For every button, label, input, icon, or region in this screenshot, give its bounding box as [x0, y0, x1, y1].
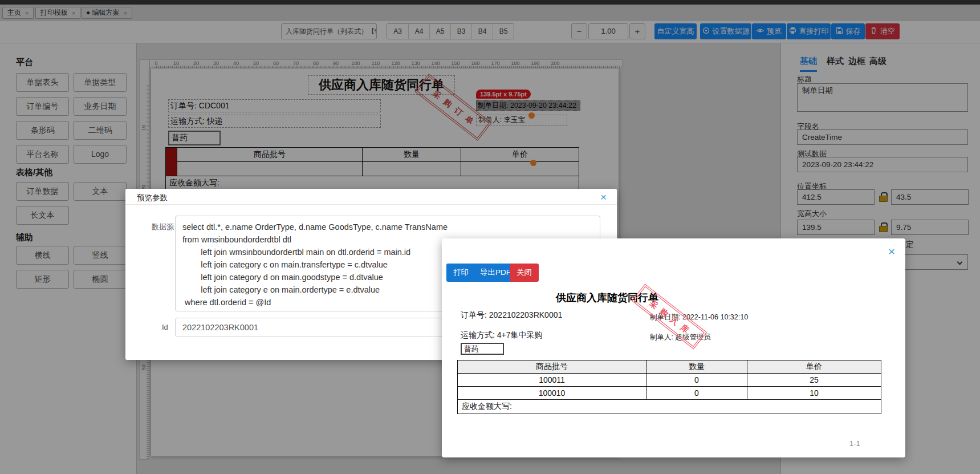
preview-goods-type: 普药 — [461, 343, 504, 355]
preview-header-price: 单价 — [747, 360, 881, 374]
close-preview-button[interactable]: 关闭 — [510, 264, 539, 282]
cell-price: 25 — [747, 374, 881, 387]
datasource-label: 数据源 — [152, 222, 174, 232]
id-label: Id — [162, 323, 168, 331]
preview-transport: 运输方式: 4+7集中采购 — [461, 330, 543, 341]
print-button[interactable]: 打印 — [446, 264, 475, 282]
table-row: 100010 0 10 — [458, 387, 881, 400]
cell-price: 10 — [747, 387, 881, 400]
modal-header: 预览参数 × — [125, 189, 617, 205]
cell-qty: 0 — [646, 387, 747, 400]
preview-table-footer: 应收金额大写: — [458, 400, 881, 414]
close-icon[interactable]: × — [600, 192, 607, 202]
preview-order-no: 订单号: 2022102203RK0001 — [461, 310, 562, 321]
preview-header-batch: 商品批号 — [458, 360, 646, 374]
cell-batch: 100011 — [458, 374, 646, 387]
preview-header-qty: 数量 — [646, 360, 747, 374]
print-preview-modal: × 打印 导出PDF 关闭 供应商入库随货同行单 订单号: 2022102203… — [442, 238, 905, 457]
table-row: 100011 0 25 — [458, 374, 881, 387]
app-window: 主页 × 打印模板 × ● 编辑方案 × 入库随货同行单（列表式）【带 A3A4… — [0, 0, 980, 474]
preview-table: 商品批号 数量 单价 100011 0 25 100010 0 10 应收金额大… — [457, 360, 881, 414]
cell-qty: 0 — [646, 374, 747, 387]
cell-batch: 100010 — [458, 387, 646, 400]
modal-title: 预览参数 — [137, 193, 168, 203]
close-icon[interactable]: × — [888, 245, 895, 257]
page-indicator: 1-1 — [849, 439, 860, 448]
